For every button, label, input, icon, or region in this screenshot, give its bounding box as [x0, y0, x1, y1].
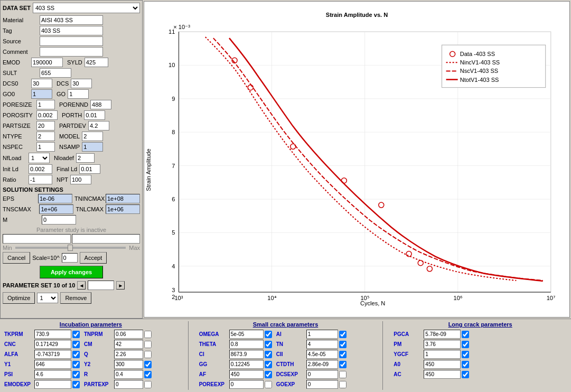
accept-button[interactable]: Accept — [80, 252, 107, 264]
omega-input[interactable] — [229, 330, 264, 339]
goexp-input[interactable] — [306, 380, 338, 389]
ntype-input[interactable] — [36, 132, 55, 141]
dcsexp-input[interactable] — [306, 370, 338, 379]
nfload-select[interactable]: 1 — [29, 153, 50, 163]
ai-check[interactable] — [339, 331, 347, 338]
nspec-input[interactable] — [36, 142, 55, 152]
emod-input[interactable] — [31, 58, 63, 67]
a0-input[interactable] — [424, 360, 461, 369]
ci-check[interactable] — [265, 351, 272, 358]
ctdth-input[interactable] — [306, 360, 338, 369]
cnc-check[interactable] — [72, 341, 80, 348]
tnprm-input[interactable] — [114, 330, 143, 339]
r-check[interactable] — [144, 371, 152, 378]
r-input[interactable] — [114, 370, 143, 379]
psi-check[interactable] — [72, 371, 80, 378]
partexp-check[interactable] — [144, 381, 152, 388]
go-input[interactable] — [68, 89, 89, 99]
sult-input[interactable] — [40, 68, 71, 78]
ratio-input[interactable] — [29, 175, 52, 184]
tnlcmax-input[interactable] — [106, 204, 140, 214]
slider-min-input[interactable] — [3, 234, 71, 244]
scale-input[interactable] — [62, 253, 78, 263]
dcs0-input[interactable] — [31, 79, 52, 88]
af-check[interactable] — [265, 371, 272, 378]
porennd-input[interactable] — [90, 100, 111, 109]
porosity-input[interactable] — [36, 110, 58, 120]
ci-input[interactable] — [229, 350, 264, 359]
pm-check[interactable] — [462, 341, 469, 348]
y2-check[interactable] — [144, 361, 152, 368]
theta-check[interactable] — [265, 341, 272, 348]
model-input[interactable] — [82, 132, 103, 141]
theta-input[interactable] — [229, 340, 264, 349]
slider-max-input[interactable] — [72, 234, 140, 244]
slider-thumb[interactable] — [68, 245, 73, 251]
af-input[interactable] — [229, 370, 264, 379]
pgca-input[interactable] — [424, 330, 461, 339]
q-input[interactable] — [114, 350, 143, 359]
q-check[interactable] — [144, 351, 152, 358]
a0-check[interactable] — [462, 361, 469, 368]
cm-input[interactable] — [114, 340, 143, 349]
y2-input[interactable] — [114, 360, 143, 369]
cm-check[interactable] — [144, 341, 152, 348]
tnincmax-input[interactable] — [106, 194, 140, 203]
porth-input[interactable] — [84, 110, 105, 120]
partexp-input[interactable] — [114, 380, 143, 389]
pm-input[interactable] — [424, 340, 461, 349]
cii-input[interactable] — [306, 350, 338, 359]
tnscmax-input[interactable] — [39, 204, 73, 214]
nloadef-input[interactable] — [76, 153, 95, 163]
tn-check[interactable] — [339, 341, 347, 348]
emodexp-input[interactable] — [34, 380, 71, 389]
param-set-prev[interactable]: ◄ — [77, 281, 86, 290]
m-input[interactable] — [42, 215, 76, 225]
tkprm-check[interactable] — [72, 331, 80, 338]
param-set-input[interactable] — [88, 281, 114, 290]
nsamp-input[interactable] — [82, 142, 103, 152]
material-input[interactable] — [40, 15, 103, 25]
goexp-check[interactable] — [339, 381, 347, 388]
ac-check[interactable] — [462, 371, 469, 378]
finalld-input[interactable] — [79, 164, 100, 174]
remove-button[interactable]: Remove — [60, 292, 91, 304]
dataset-select[interactable]: 403 SS — [33, 3, 140, 13]
y1-input[interactable] — [34, 360, 71, 369]
comment-input[interactable] — [40, 47, 103, 57]
poresize-input[interactable] — [36, 100, 55, 109]
param-set-next[interactable]: ► — [116, 281, 125, 290]
alfa-input[interactable] — [34, 350, 71, 359]
gg-check[interactable] — [265, 361, 272, 368]
tnprm-check[interactable] — [144, 331, 152, 338]
dcsexp-check[interactable] — [339, 371, 347, 378]
partsize-input[interactable] — [36, 121, 55, 130]
go0-input[interactable] — [31, 89, 52, 99]
tn-input[interactable] — [306, 340, 338, 349]
pgca-check[interactable] — [462, 331, 469, 338]
tag-input[interactable] — [40, 26, 103, 35]
y1-check[interactable] — [72, 361, 80, 368]
source-input[interactable] — [40, 36, 103, 46]
poreexp-input[interactable] — [229, 380, 264, 389]
apply-button[interactable]: Apply changes — [40, 266, 103, 278]
alfa-check[interactable] — [72, 351, 80, 358]
ygcf-check[interactable] — [462, 351, 469, 358]
npt-input[interactable] — [70, 175, 91, 184]
gg-input[interactable] — [229, 360, 264, 369]
partdev-input[interactable] — [88, 121, 109, 130]
dcs-input[interactable] — [71, 79, 92, 88]
eps-input[interactable] — [38, 194, 72, 203]
emodexp-check[interactable] — [72, 381, 80, 388]
cii-check[interactable] — [339, 351, 347, 358]
ygcf-input[interactable] — [424, 350, 461, 359]
omega-check[interactable] — [265, 331, 272, 338]
ai-input[interactable] — [306, 330, 338, 339]
poreexp-check[interactable] — [265, 381, 272, 388]
initld-input[interactable] — [29, 164, 52, 174]
optimize-select[interactable]: 1 — [37, 293, 58, 303]
optimize-button[interactable]: Optimize — [3, 292, 35, 304]
psi-input[interactable] — [34, 370, 71, 379]
ac-input[interactable] — [424, 370, 461, 379]
tkprm-input[interactable] — [34, 330, 71, 339]
